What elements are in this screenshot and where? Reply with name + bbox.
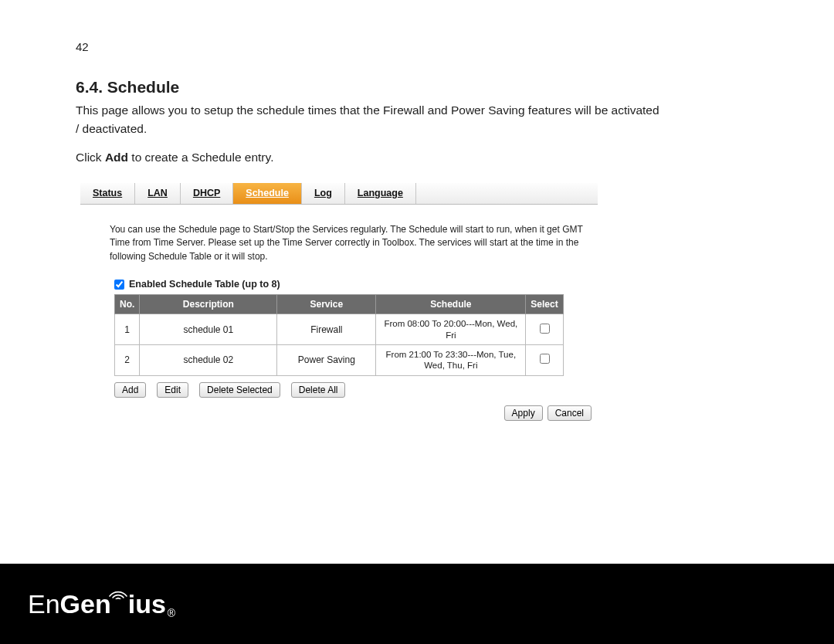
registered-mark: ®	[168, 607, 175, 619]
tab-log[interactable]: Log	[302, 183, 345, 204]
add-button[interactable]: Add	[114, 382, 146, 398]
logo-part2: Gen	[60, 589, 111, 619]
schedule-table: No. Description Service Schedule Select …	[114, 294, 564, 376]
delete-all-button[interactable]: Delete All	[291, 382, 346, 398]
cell-select	[526, 314, 563, 345]
instruction-bold: Add	[105, 151, 128, 164]
instruction-prefix: Click	[76, 151, 105, 164]
section-heading: 6.4. Schedule	[76, 78, 758, 97]
row-select-checkbox[interactable]	[540, 354, 550, 364]
delete-selected-button[interactable]: Delete Selected	[199, 382, 280, 398]
page-number: 42	[76, 40, 758, 53]
instruction-suffix: to create a Schedule entry.	[128, 151, 273, 164]
cell-schedule: From 08:00 To 20:00---Mon, Wed, Fri	[376, 314, 526, 345]
button-row-2: Apply Cancel	[80, 405, 592, 421]
cancel-button[interactable]: Cancel	[548, 405, 592, 421]
cell-no: 1	[115, 314, 140, 345]
logo-part3: ius	[128, 589, 166, 619]
col-description: Description	[140, 295, 277, 314]
cell-service: Power Saving	[277, 344, 376, 375]
table-row: 2 schedule 02 Power Saving From 21:00 To…	[115, 344, 564, 375]
panel-description: You can use the Schedule page to Start/S…	[80, 205, 590, 273]
instruction-text: Click Add to create a Schedule entry.	[76, 151, 758, 164]
embedded-screenshot: Status LAN DHCP Schedule Log Language Yo…	[80, 183, 598, 421]
cell-description: schedule 02	[140, 344, 277, 375]
cell-select	[526, 344, 563, 375]
enable-row: Enabled Schedule Table (up to 8)	[80, 273, 598, 294]
button-row-1: Add Edit Delete Selected Delete All	[114, 382, 598, 398]
table-row: 1 schedule 01 Firewall From 08:00 To 20:…	[115, 314, 564, 345]
col-service: Service	[277, 295, 376, 314]
col-schedule: Schedule	[376, 295, 526, 314]
tab-language[interactable]: Language	[345, 183, 416, 204]
edit-button[interactable]: Edit	[157, 382, 188, 398]
row-select-checkbox[interactable]	[540, 324, 550, 334]
tab-status[interactable]: Status	[80, 183, 135, 204]
cell-schedule: From 21:00 To 23:30---Mon, Tue, Wed, Thu…	[376, 344, 526, 375]
cell-no: 2	[115, 344, 140, 375]
enable-label: Enabled Schedule Table (up to 8)	[129, 279, 280, 290]
col-select: Select	[526, 295, 563, 314]
tab-lan[interactable]: LAN	[135, 183, 181, 204]
tab-dhcp[interactable]: DHCP	[181, 183, 233, 204]
wifi-icon	[108, 575, 128, 605]
cell-description: schedule 01	[140, 314, 277, 345]
tab-bar: Status LAN DHCP Schedule Log Language	[80, 183, 598, 205]
cell-service: Firewall	[277, 314, 376, 345]
logo-part1: En	[28, 589, 60, 619]
intro-text: This page allows you to setup the schedu…	[76, 101, 663, 138]
col-no: No.	[115, 295, 140, 314]
brand-logo: EnGen ius®	[28, 589, 175, 619]
tab-schedule[interactable]: Schedule	[233, 183, 302, 204]
footer: EnGen ius®	[0, 564, 834, 644]
apply-button[interactable]: Apply	[504, 405, 543, 421]
enable-schedule-checkbox[interactable]	[114, 280, 124, 290]
